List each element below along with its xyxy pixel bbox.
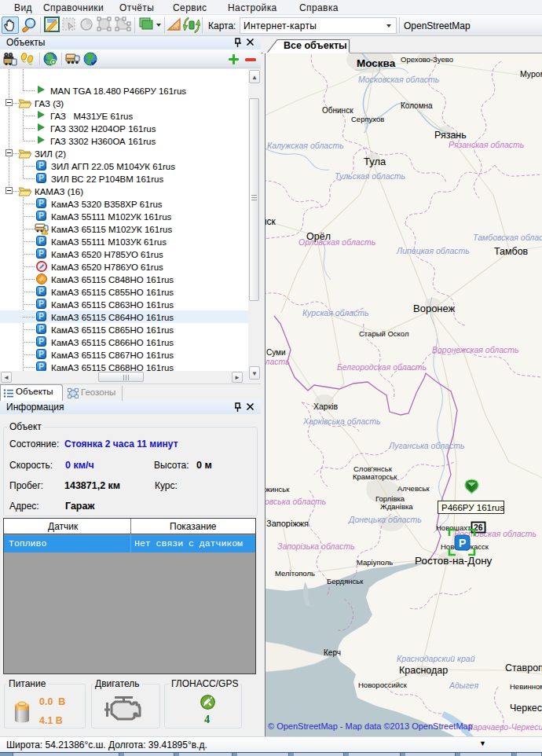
- svg-text:Донецька область: Донецька область: [348, 515, 422, 524]
- svg-text:P: P: [459, 537, 466, 549]
- svg-text:Тула: Тула: [364, 156, 386, 167]
- svg-text:Суми: Суми: [266, 348, 286, 357]
- svg-text:Орехово-Зуево: Орехово-Зуево: [401, 55, 453, 64]
- svg-text:Тульская область: Тульская область: [335, 171, 405, 181]
- svg-text:Коломна: Коломна: [401, 101, 433, 110]
- svg-text:!: !: [44, 229, 46, 234]
- svg-text:Черкесск: Черкесск: [510, 703, 542, 714]
- svg-text:Тамбовская область: Тамбовская область: [473, 233, 542, 242]
- svg-text:Краснодар: Краснодар: [399, 665, 448, 676]
- svg-text:Рязань: Рязань: [434, 130, 467, 141]
- svg-text:Старый Оскол: Старый Оскол: [359, 329, 408, 338]
- svg-text:Брянск: Брянск: [266, 216, 276, 227]
- svg-text:Жданівка: Жданівка: [380, 502, 413, 511]
- svg-text:Ставрополь: Ставрополь: [505, 662, 542, 673]
- svg-text:Запоріжжя: Запоріжжя: [266, 519, 309, 528]
- svg-text:Обнинск: Обнинск: [322, 106, 353, 115]
- svg-text:Орёл: Орёл: [306, 231, 331, 242]
- svg-text:Карачаево-Черкеси: Карачаево-Черкеси: [468, 722, 542, 732]
- svg-text:Керч: Керч: [324, 648, 341, 657]
- svg-text:Бердянськ: Бердянськ: [327, 577, 364, 585]
- svg-text:Адыгея: Адыгея: [449, 681, 478, 690]
- svg-text:Харків: Харків: [313, 402, 339, 411]
- svg-text:Курская область: Курская область: [302, 308, 369, 317]
- svg-text:Луганська область: Луганська область: [388, 441, 464, 450]
- svg-text:Дніпропетровська область: Дніпропетровська область: [266, 497, 326, 506]
- svg-text:Мелітополь: Мелітополь: [275, 569, 315, 578]
- svg-text:Ростов-на-Дону: Ростов-на-Дону: [415, 555, 493, 567]
- svg-text:Новороссийск: Новороссийск: [358, 681, 408, 689]
- svg-text:Воронеж: Воронеж: [413, 303, 456, 314]
- svg-text:Воронежская область: Воронежская область: [432, 345, 519, 354]
- svg-text:Алчевськ: Алчевськ: [397, 484, 430, 493]
- svg-text:Москва: Москва: [357, 57, 396, 69]
- svg-text:Невинномысск: Невинномысск: [510, 682, 542, 691]
- svg-text:область: область: [266, 357, 290, 366]
- svg-text:Р466РУ 161rus: Р466РУ 161rus: [441, 503, 504, 512]
- svg-text:Муром: Муром: [520, 69, 542, 79]
- svg-text:Дніпродзержинськ: Дніпродзержинськ: [266, 485, 290, 494]
- svg-text:Белгородская область: Белгородская область: [337, 362, 427, 372]
- svg-text:Маріуполь: Маріуполь: [357, 558, 393, 567]
- svg-text:Рязанская область: Рязанская область: [449, 140, 524, 149]
- svg-text:Тамбов: Тамбов: [494, 246, 529, 257]
- svg-text:Харківська область: Харківська область: [302, 417, 381, 426]
- svg-text:Краснодарский край: Краснодарский край: [397, 654, 475, 663]
- svg-text:Московская область: Московская область: [358, 75, 439, 84]
- svg-text:Серпухов: Серпухов: [351, 115, 384, 123]
- svg-text:Краматорськ: Краматорськ: [353, 472, 397, 481]
- svg-text:Запорізька область: Запорізька область: [277, 541, 355, 551]
- svg-text:Липецкая область: Липецкая область: [396, 246, 470, 255]
- svg-text:Калужская область: Калужская область: [267, 141, 344, 150]
- svg-text:© OpenStreetMap - Map data ©20: © OpenStreetMap - Map data ©2013 OpenStr…: [268, 721, 473, 731]
